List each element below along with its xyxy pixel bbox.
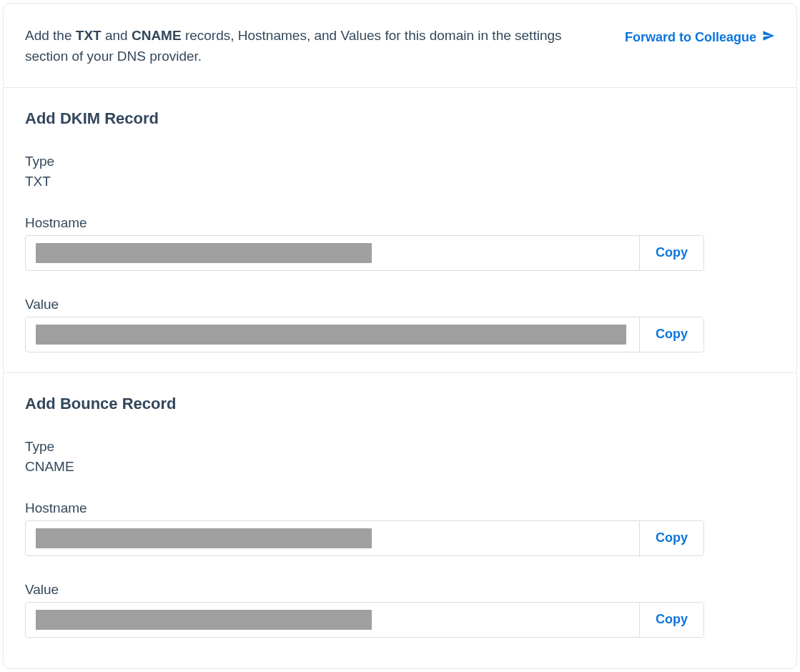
redacted-block	[36, 325, 626, 345]
dkim-type-label: Type	[25, 154, 775, 169]
bounce-type-label: Type	[25, 439, 775, 455]
forward-label: Forward to Colleague	[625, 30, 756, 45]
dkim-hostname-value[interactable]	[26, 236, 639, 270]
bounce-value-row: Copy	[25, 602, 704, 638]
forward-to-colleague-link[interactable]: Forward to Colleague	[625, 29, 775, 46]
redacted-block	[36, 528, 372, 548]
dkim-value-label: Value	[25, 297, 775, 312]
redacted-block	[36, 243, 372, 263]
dkim-title: Add DKIM Record	[25, 109, 775, 128]
send-icon	[762, 29, 775, 46]
instruction-text: Add the TXT and CNAME records, Hostnames…	[25, 25, 568, 67]
dkim-hostname-copy-button[interactable]: Copy	[639, 236, 703, 270]
dns-records-card: Add the TXT and CNAME records, Hostnames…	[3, 3, 797, 669]
bounce-hostname-copy-button[interactable]: Copy	[639, 521, 703, 555]
dkim-value-copy-button[interactable]: Copy	[639, 317, 703, 352]
dkim-hostname-row: Copy	[25, 235, 704, 271]
bounce-hostname-label: Hostname	[25, 500, 775, 516]
dkim-type-value: TXT	[25, 174, 775, 189]
instruction-pre: Add the	[25, 28, 76, 43]
header-row: Add the TXT and CNAME records, Hostnames…	[4, 4, 796, 88]
dkim-hostname-label: Hostname	[25, 215, 775, 231]
bounce-value-label: Value	[25, 582, 775, 598]
dkim-value-row: Copy	[25, 317, 704, 352]
dkim-section: Add DKIM Record Type TXT Hostname Copy V…	[4, 88, 796, 372]
bounce-title: Add Bounce Record	[25, 395, 775, 413]
bounce-section: Add Bounce Record Type CNAME Hostname Co…	[4, 372, 796, 658]
redacted-block	[36, 610, 372, 630]
instruction-mid: and	[102, 28, 132, 43]
bounce-hostname-value[interactable]	[26, 521, 639, 555]
bounce-type-value: CNAME	[25, 459, 775, 475]
dkim-value-value[interactable]	[26, 317, 639, 352]
instruction-bold-cname: CNAME	[132, 28, 182, 43]
bounce-value-copy-button[interactable]: Copy	[639, 603, 703, 637]
bounce-value-value[interactable]	[26, 603, 639, 637]
instruction-bold-txt: TXT	[76, 28, 102, 43]
bounce-hostname-row: Copy	[25, 520, 704, 556]
